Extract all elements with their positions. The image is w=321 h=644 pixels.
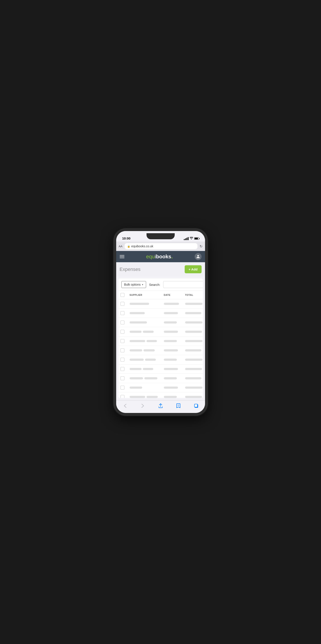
bookmarks-button[interactable] xyxy=(174,402,183,410)
row-checkbox[interactable] xyxy=(121,376,124,380)
row-total xyxy=(182,327,203,336)
row-checkbox[interactable] xyxy=(121,302,124,306)
table-row[interactable] xyxy=(118,364,203,374)
row-checkbox-cell xyxy=(118,327,127,336)
bulk-options-button[interactable]: Bulk options ▾ xyxy=(121,281,146,288)
row-date xyxy=(161,383,182,392)
row-date xyxy=(161,392,182,398)
search-input[interactable] xyxy=(163,281,203,288)
row-checkbox-cell xyxy=(118,364,127,374)
forward-button[interactable] xyxy=(138,402,148,410)
lock-icon: 🔒 xyxy=(127,245,130,248)
row-checkbox[interactable] xyxy=(121,386,124,390)
row-total xyxy=(182,318,203,327)
toolbar: Bulk options ▾ Search: xyxy=(118,278,203,291)
th-total: TOTAL xyxy=(182,291,203,299)
row-supplier xyxy=(127,346,161,355)
status-icons xyxy=(184,237,199,240)
row-supplier xyxy=(127,383,161,392)
row-supplier xyxy=(127,336,161,346)
row-date xyxy=(161,364,182,374)
browser-url: equibooks.co.uk xyxy=(131,244,153,248)
row-total xyxy=(182,308,203,318)
phone-screen: 10:00 xyxy=(116,231,205,413)
th-select-all xyxy=(118,291,127,299)
row-checkbox[interactable] xyxy=(121,367,124,371)
select-all-checkbox[interactable] xyxy=(121,293,124,297)
browser-bottom-bar xyxy=(116,400,205,413)
phone-frame: 10:00 xyxy=(114,229,207,415)
logo-books: books xyxy=(156,254,171,260)
row-checkbox[interactable] xyxy=(121,395,124,398)
th-supplier: SUPPLIER xyxy=(127,291,161,299)
row-checkbox[interactable] xyxy=(121,330,124,334)
row-checkbox[interactable] xyxy=(121,320,124,324)
refresh-icon[interactable]: ↻ xyxy=(200,244,202,248)
main-content: Bulk options ▾ Search: xyxy=(118,278,203,398)
row-date xyxy=(161,374,182,383)
app-logo: equibooks. xyxy=(146,254,173,260)
table-row[interactable] xyxy=(118,327,203,336)
row-supplier xyxy=(127,327,161,336)
share-button[interactable] xyxy=(156,402,165,410)
table-row[interactable] xyxy=(118,318,203,327)
back-button[interactable] xyxy=(120,402,130,410)
row-date xyxy=(161,346,182,355)
row-checkbox[interactable] xyxy=(121,311,124,315)
table-row[interactable] xyxy=(118,392,203,398)
table-row[interactable] xyxy=(118,299,203,308)
row-total xyxy=(182,346,203,355)
row-checkbox[interactable] xyxy=(121,348,124,352)
row-total xyxy=(182,336,203,346)
th-date: DATE xyxy=(161,291,182,299)
row-total xyxy=(182,355,203,364)
hamburger-menu-button[interactable] xyxy=(120,255,124,258)
logo-dot: . xyxy=(171,254,173,260)
table-row[interactable] xyxy=(118,374,203,383)
row-date xyxy=(161,299,182,308)
row-total xyxy=(182,392,203,398)
user-icon xyxy=(196,255,200,258)
user-profile-button[interactable] xyxy=(195,253,202,260)
row-date xyxy=(161,355,182,364)
row-checkbox[interactable] xyxy=(121,358,124,362)
page-title: Expenses xyxy=(120,266,141,272)
browser-bar: AA 🔒 equibooks.co.uk ↻ xyxy=(116,242,205,251)
row-checkbox[interactable] xyxy=(121,339,124,343)
table-row[interactable] xyxy=(118,336,203,346)
row-supplier xyxy=(127,318,161,327)
table-row[interactable] xyxy=(118,308,203,318)
row-checkbox-cell xyxy=(118,346,127,355)
row-total xyxy=(182,299,203,308)
tabs-button[interactable] xyxy=(191,402,201,410)
row-checkbox-cell xyxy=(118,318,127,327)
battery-icon xyxy=(194,237,199,240)
table-row[interactable] xyxy=(118,355,203,364)
row-date xyxy=(161,327,182,336)
row-supplier xyxy=(127,308,161,318)
add-button[interactable]: + Add xyxy=(185,265,202,273)
browser-url-bar[interactable]: 🔒 equibooks.co.uk xyxy=(125,243,197,249)
row-total xyxy=(182,374,203,383)
browser-aa-label[interactable]: AA xyxy=(119,245,122,248)
row-supplier xyxy=(127,374,161,383)
table-row[interactable] xyxy=(118,346,203,355)
notch xyxy=(147,233,175,239)
row-supplier xyxy=(127,355,161,364)
chevron-down-icon: ▾ xyxy=(142,283,143,286)
row-checkbox-cell xyxy=(118,383,127,392)
app-navbar: equibooks. xyxy=(116,251,205,262)
row-checkbox-cell xyxy=(118,336,127,346)
row-supplier xyxy=(127,392,161,398)
row-total xyxy=(182,383,203,392)
row-total xyxy=(182,364,203,374)
row-checkbox-cell xyxy=(118,308,127,318)
page-header: Expenses + Add xyxy=(116,262,205,276)
svg-rect-1 xyxy=(194,404,197,407)
row-checkbox-cell xyxy=(118,299,127,308)
search-label: Search: xyxy=(149,283,160,286)
row-checkbox-cell xyxy=(118,392,127,398)
table-row[interactable] xyxy=(118,383,203,392)
row-date xyxy=(161,318,182,327)
row-supplier xyxy=(127,364,161,374)
